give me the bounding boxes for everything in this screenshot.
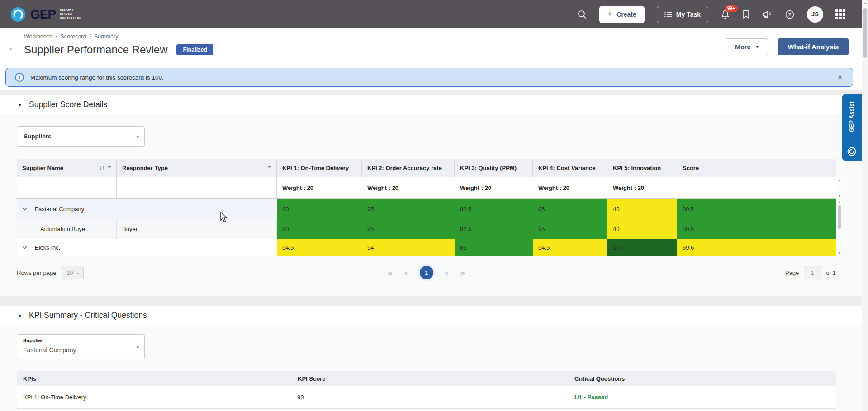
back-arrow-icon[interactable]: ← [8,42,18,53]
kpi4-weight: Weight : 20 [533,177,607,198]
kpi2-score-cell: 95 [362,199,455,219]
kpi3-score-cell: 85 [455,239,533,256]
bookmark-icon[interactable] [742,10,749,19]
critical-questions-cell: 1/1 - Passed [568,386,836,408]
scroll-down-icon[interactable]: ▼ [836,194,843,198]
kpi3-score-cell: 82.5 [455,219,533,239]
breadcrumb-scorecard[interactable]: Scorecard [60,33,86,40]
scroll-up-icon[interactable]: ▲ [836,179,843,182]
breadcrumb-workbench[interactable]: Workbench [24,33,52,40]
my-task-label: My Task [676,11,701,18]
what-if-analysis-button[interactable]: What-if Analysis [778,38,849,55]
last-page-button[interactable]: » [460,269,465,277]
suppliers-dropdown[interactable]: Suppliers ▾ [17,126,145,147]
col-supplier-name: Supplier Name ↓↑ ≡ [17,159,117,177]
col-kpi-score: KPI Score [291,371,568,386]
help-icon[interactable]: ? [785,9,795,19]
gep-logo-icon [10,6,26,23]
page-label: Page [785,269,799,276]
kpi1-score-cell: 90 [277,219,362,239]
table-row-automation-buyer[interactable]: Automation Buye… Buyer 90 95 82.5 95 40 … [17,219,836,239]
chevron-down-icon: ▾ [136,344,139,350]
responder-type-cell [117,239,277,256]
table-pagination: Rows per page 10 ⌄ « ‹ 1 › » Page of 1 [17,265,836,281]
score-weight-cell-empty [677,177,836,198]
column-menu-icon[interactable]: ≡ [108,165,111,171]
scrollbar-thumb[interactable] [863,8,867,58]
breadcrumb-summary[interactable]: Summary [94,33,118,40]
user-avatar[interactable]: JS [807,6,823,23]
kpi-table-row[interactable]: KPI 1: On-Time Delivery 90 1/1 - Passed [17,386,836,409]
total-score-cell: 80.5 [677,219,836,239]
column-menu-icon[interactable]: ≡ [268,165,271,171]
supplier-name-cell: Eleks Inc. [17,239,117,256]
section-kpi-summary: ▾ KPI Summary - Critical Questions [19,311,147,320]
announcements-icon[interactable] [762,10,773,19]
row-expand-chevron-icon[interactable] [22,246,27,249]
col-critical-questions: Critical Questions [568,371,836,386]
kpi3-weight: Weight : 20 [455,177,533,198]
my-task-button[interactable]: My Task [657,6,708,23]
divider [0,296,868,306]
scrollbar-thumb[interactable] [838,205,841,229]
scroll-up-icon[interactable]: ▲ [862,1,868,5]
kpi4-score-cell: 95 [533,199,607,219]
app-launcher-icon[interactable] [835,9,845,19]
gep-logo-tagline: INSIGHT DRIVES INNOVATION [60,8,81,20]
current-page-button[interactable]: 1 [420,266,433,279]
scroll-up-icon[interactable]: ▲ [836,200,843,203]
gep-logo-text: GEP [30,7,56,22]
chevron-down-icon: ▾ [756,44,759,49]
gep-assist-logo-icon [847,146,857,156]
chevron-down-icon: ▾ [136,134,139,140]
first-page-button[interactable]: « [388,269,392,277]
kpi5-score-cell: 100 [607,239,677,256]
col-score: Score [677,159,836,177]
weight-row: Weight : 20 Weight : 20 Weight : 20 Weig… [17,177,836,199]
page-scrollbar[interactable]: ▲ [862,0,868,411]
kpi5-score-cell: 40 [607,219,677,239]
page-number-input[interactable] [804,266,821,279]
kpi5-score-cell: 40 [607,199,677,219]
info-banner: i Maximum scoring range for this scoreca… [5,68,853,87]
table-row-fastenal[interactable]: Fastenal Company 90 95 82.5 95 40 80.5 [17,199,836,219]
responder-filter-cell[interactable] [117,177,277,198]
kpi2-score-cell: 95 [362,219,455,239]
task-list-icon [664,11,672,18]
kpi-table-header: KPIs KPI Score Critical Questions [17,371,836,386]
sort-icon[interactable]: ↓↑ [99,165,104,171]
collapse-caret-icon[interactable]: ▾ [19,102,21,108]
kpi-summary-table: KPIs KPI Score Critical Questions KPI 1:… [17,371,836,409]
close-icon[interactable]: ✕ [837,74,843,81]
gep-assist-tab[interactable]: GEP Assist [842,94,862,161]
scroll-down-icon[interactable]: ▼ [836,251,843,255]
col-kpis: KPIs [17,371,291,386]
filter-row-scrollbar[interactable]: ▲ ▼ [836,177,842,199]
col-kpi4: KPI 4: Cost Variance [533,159,607,177]
row-expand-chevron-icon[interactable] [22,208,27,211]
next-page-button[interactable]: › [446,269,448,277]
responder-type-cell: Buyer [117,219,277,239]
kpi1-score-cell: 54.5 [277,239,362,256]
collapse-caret-icon[interactable]: ▾ [19,312,21,319]
col-kpi3: KPI 3: Quality (PPM) [455,159,533,177]
kpi2-weight: Weight : 20 [362,177,455,198]
supplier-dropdown[interactable]: Supplier Fastenal Company ▾ [17,334,145,359]
search-icon[interactable] [577,9,587,19]
rows-per-page-select[interactable]: 10 ⌄ [62,266,84,279]
breadcrumb: Workbench / Scorecard / Summary [24,33,118,40]
supplier-filter-cell[interactable] [17,177,117,198]
kpi4-score-cell: 54.5 [533,239,607,256]
rows-per-page-label: Rows per page [17,269,56,276]
table-scrollbar[interactable]: ▲ ▼ [836,199,842,256]
table-row-eleks[interactable]: Eleks Inc. 54.5 54 85 54.5 100 69.6 [17,239,836,256]
total-score-cell: 80.5 [677,199,836,219]
gep-logo[interactable]: GEP INSIGHT DRIVES INNOVATION [10,6,81,23]
create-button[interactable]: + Create [599,6,645,23]
kpi4-score-cell: 95 [533,219,607,239]
more-button[interactable]: More ▾ [726,38,768,55]
col-responder-type: Responder Type ≡ [117,159,277,177]
supplier-name-cell: Automation Buye… [17,219,117,239]
prev-page-button[interactable]: ‹ [405,269,408,277]
notifications-button[interactable]: 99+ [721,9,730,19]
